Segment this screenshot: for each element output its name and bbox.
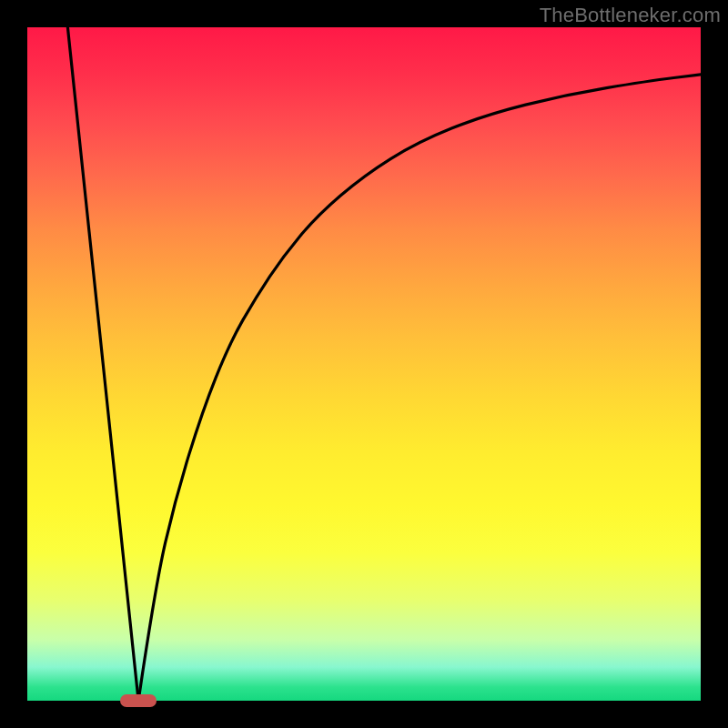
- curve-left-branch: [67, 27, 138, 701]
- watermark-text: TheBottleneker.com: [540, 4, 721, 27]
- curve-right-branch: [138, 75, 701, 701]
- plot-area: [27, 27, 701, 701]
- bottleneck-curve: [27, 27, 701, 701]
- optimal-marker: [120, 694, 157, 707]
- chart-frame: TheBottleneker.com: [0, 0, 728, 728]
